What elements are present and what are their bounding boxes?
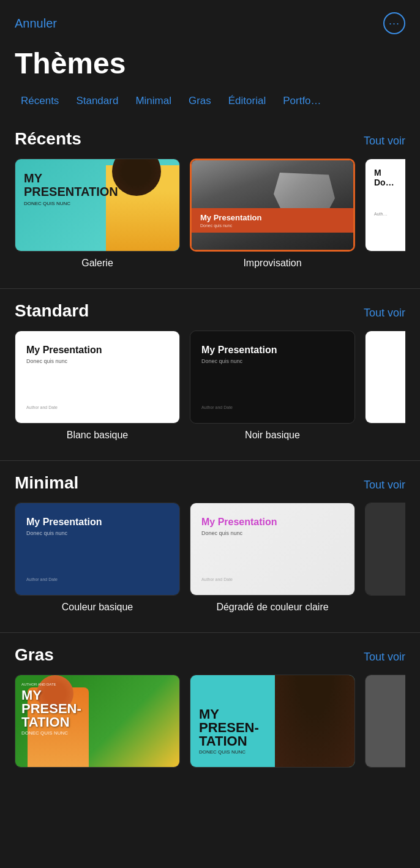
degrade-content: My Presentation Donec quis nunc (201, 517, 343, 536)
template-name-improvisation: Improvisation (243, 258, 301, 269)
improv-banner: My Presentation Donec quis nunc (192, 208, 353, 233)
gras2-bg: MYPRESEN-TATION DONEC QUIS NUNC (190, 675, 354, 767)
template-card-gras1[interactable]: AUTHOR AND DATE MYPRESEN-TATION DONEC QU… (15, 675, 180, 774)
degrade-footer: Author and Date (201, 577, 343, 582)
template-thumb-gras2: MYPRESEN-TATION DONEC QUIS NUNC (190, 675, 355, 768)
templates-row-standard: My Presentation Donec quis nunc Author a… (15, 331, 405, 448)
template-card-noir[interactable]: My Presentation Donec quis nunc Author a… (190, 331, 355, 441)
more-options-button[interactable]: ··· (383, 12, 405, 34)
partial-bg: MDo… Auth… (366, 159, 405, 251)
section-title-standard: Standard (15, 301, 89, 321)
tab-standard[interactable]: Standard (67, 90, 127, 112)
tab-editorial[interactable]: Éditorial (220, 90, 274, 112)
template-name-blanc: Blanc basique (67, 430, 129, 441)
section-standard: Standard Tout voir My Presentation Donec… (0, 289, 420, 454)
blanc-content: My Presentation Donec quis nunc (26, 345, 168, 364)
tab-recents[interactable]: Récents (12, 90, 67, 112)
gras2-person (275, 675, 354, 767)
tab-minimal[interactable]: Minimal (127, 90, 180, 112)
blanc-bg: My Presentation Donec quis nunc Author a… (15, 331, 179, 423)
galerie-text: MYPRESENTATION DONEC QUIS NUNC (24, 171, 118, 206)
blanc-footer: Author and Date (26, 405, 168, 410)
template-thumb-noir: My Presentation Donec quis nunc Author a… (190, 331, 355, 424)
template-name-noir: Noir basique (245, 430, 300, 441)
templates-row-gras: AUTHOR AND DATE MYPRESEN-TATION DONEC QU… (15, 675, 405, 781)
template-card-gras2[interactable]: MYPRESEN-TATION DONEC QUIS NUNC (190, 675, 355, 774)
template-card-blanc[interactable]: My Presentation Donec quis nunc Author a… (15, 331, 180, 441)
improv-bg: My Presentation Donec quis nunc (192, 160, 353, 250)
see-all-recents-button[interactable]: Tout voir (364, 135, 405, 148)
template-thumb-blanc: My Presentation Donec quis nunc Author a… (15, 331, 180, 424)
template-thumb-minimal-partial (365, 503, 405, 596)
section-title-gras: Gras (15, 645, 54, 665)
see-all-minimal-button[interactable]: Tout voir (364, 479, 405, 492)
gras1-bg: AUTHOR AND DATE MYPRESEN-TATION DONEC QU… (15, 675, 179, 767)
degrade-bg: My Presentation Donec quis nunc Author a… (190, 503, 354, 595)
couleur-footer: Author and Date (26, 577, 168, 582)
template-card-standard-partial[interactable] (365, 331, 405, 441)
template-name-couleur: Couleur basique (62, 602, 133, 613)
template-name-degrade: Dégradé de couleur claire (216, 602, 328, 613)
templates-row-recents: MYPRESENTATION DONEC QUIS NUNC Galerie M… (15, 159, 405, 276)
section-gras: Gras Tout voir AUTHOR AND DATE MYPRESEN-… (0, 633, 420, 787)
template-thumb-galerie: MYPRESENTATION DONEC QUIS NUNC (15, 159, 180, 252)
more-icon: ··· (389, 17, 400, 30)
template-card-galerie[interactable]: MYPRESENTATION DONEC QUIS NUNC Galerie (15, 159, 180, 269)
page-title: Thèmes (0, 40, 420, 90)
galerie-bg: MYPRESENTATION DONEC QUIS NUNC (15, 159, 179, 251)
section-recents: Récents Tout voir MYPRESENTATION DONEC Q… (0, 117, 420, 282)
template-thumb-improvisation: My Presentation Donec quis nunc (190, 159, 355, 252)
template-name-galerie: Galerie (81, 258, 113, 269)
tab-gras[interactable]: Gras (180, 90, 220, 112)
category-nav: Récents Standard Minimal Gras Éditorial … (0, 90, 420, 112)
templates-row-minimal: My Presentation Donec quis nunc Author a… (15, 503, 405, 620)
noir-footer: Author and Date (201, 405, 343, 410)
cancel-button[interactable]: Annuler (15, 17, 57, 31)
section-title-recents: Récents (15, 129, 81, 149)
template-thumb-degrade: My Presentation Donec quis nunc Author a… (190, 503, 355, 596)
partial-text: MDo… Auth… (374, 168, 405, 216)
noir-bg: My Presentation Donec quis nunc Author a… (190, 331, 354, 423)
noir-content: My Presentation Donec quis nunc (201, 345, 343, 364)
template-thumb-standard-partial (365, 331, 405, 424)
see-all-gras-button[interactable]: Tout voir (364, 651, 405, 664)
section-title-minimal: Minimal (15, 473, 78, 493)
section-header-standard: Standard Tout voir (15, 301, 405, 321)
template-card-degrade[interactable]: My Presentation Donec quis nunc Author a… (190, 503, 355, 613)
section-header-minimal: Minimal Tout voir (15, 473, 405, 493)
gras1-text: AUTHOR AND DATE MYPRESEN-TATION DONEC QU… (21, 683, 81, 736)
section-header-recents: Récents Tout voir (15, 129, 405, 149)
template-card-partial[interactable]: MDo… Auth… (365, 159, 405, 269)
see-all-standard-button[interactable]: Tout voir (364, 307, 405, 320)
couleur-content: My Presentation Donec quis nunc (26, 517, 168, 536)
template-card-minimal-partial[interactable] (365, 503, 405, 613)
tab-portfolio[interactable]: Portfo… (274, 90, 329, 112)
section-minimal: Minimal Tout voir My Presentation Donec … (0, 461, 420, 626)
template-thumb-gras1: AUTHOR AND DATE MYPRESEN-TATION DONEC QU… (15, 675, 180, 768)
template-card-improvisation[interactable]: My Presentation Donec quis nunc Improvis… (190, 159, 355, 269)
header: Annuler ··· (0, 0, 420, 40)
template-thumb-couleur: My Presentation Donec quis nunc Author a… (15, 503, 180, 596)
section-header-gras: Gras Tout voir (15, 645, 405, 665)
standard-partial-bg (366, 331, 405, 423)
template-thumb-gras-partial (365, 675, 405, 768)
template-card-gras-partial[interactable] (365, 675, 405, 774)
improv-photo (192, 160, 353, 250)
template-card-couleur[interactable]: My Presentation Donec quis nunc Author a… (15, 503, 180, 613)
couleur-bg: My Presentation Donec quis nunc Author a… (15, 503, 179, 595)
gras2-text: MYPRESEN-TATION DONEC QUIS NUNC (199, 708, 259, 755)
template-thumb-partial: MDo… Auth… (365, 159, 405, 252)
